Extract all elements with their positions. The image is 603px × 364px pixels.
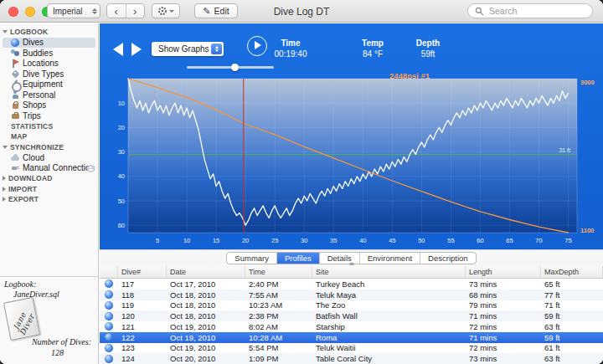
dive-time: 7:55 AM: [245, 290, 312, 300]
dive-date: Oct 19, 2010: [167, 343, 245, 352]
forward-button[interactable]: ›: [126, 4, 145, 18]
tab-profiles[interactable]: Profiles: [277, 253, 320, 264]
eject-icon[interactable]: [87, 165, 95, 172]
dive-row-123[interactable]: 123Oct 19, 20105:54 PMTeluk Waitii72 min…: [100, 343, 603, 354]
dive-maxdepth: 61 ft: [541, 343, 603, 352]
personal-icon: [11, 90, 19, 99]
dive-maxdepth: 63 ft: [541, 354, 603, 363]
sidebar-item-label: Cloud: [23, 153, 44, 162]
svg-text:35: 35: [330, 237, 337, 244]
sidebar-item-trips[interactable]: Trips: [0, 110, 98, 121]
column-header-length[interactable]: Length: [466, 266, 541, 278]
dive-length: 79 mins: [466, 300, 541, 310]
sidebar-section-download[interactable]: DOWNLOAD: [0, 173, 98, 184]
sidebar-section-synchronize[interactable]: SYNCHRONIZE: [0, 142, 98, 153]
disclosure-triangle-icon[interactable]: [3, 30, 8, 33]
sidebar-item-dives[interactable]: Dives: [3, 38, 95, 49]
sidebar-item-label: Manual Connection: [23, 163, 95, 172]
column-header-site[interactable]: Site: [312, 266, 466, 278]
dive-profile-chart[interactable]: 5101520253035404550556065707510203040506…: [108, 74, 599, 248]
dive-maxdepth: 59 ft: [541, 333, 603, 342]
close-window-button[interactable]: [8, 7, 18, 17]
history-nav: ‹ ›: [106, 3, 145, 18]
edit-button[interactable]: ✎ Edit: [194, 3, 238, 18]
dive-row-120[interactable]: 120Oct 18, 20102:38 PMBatfish Wall71 min…: [100, 310, 603, 321]
dive-row-118[interactable]: 118Oct 18, 20107:55 AMTeluk Maya68 mins7…: [100, 290, 603, 300]
sidebar-item-label: Dive Types: [23, 69, 64, 79]
sidebar-item-label: Trips: [23, 111, 41, 120]
sidebar-section-statistics[interactable]: STATISTICS: [0, 121, 98, 132]
dive-time: 2:38 PM: [245, 311, 312, 320]
back-button[interactable]: ‹: [107, 4, 126, 18]
svg-text:45: 45: [389, 237, 395, 244]
sidebar-section-import[interactable]: IMPORT: [0, 184, 98, 195]
units-selector[interactable]: Imperial: [47, 3, 100, 18]
column-header-time[interactable]: Time: [245, 266, 312, 278]
svg-text:75: 75: [564, 237, 571, 244]
tab-summary[interactable]: Summary: [227, 253, 277, 264]
dive-row-117[interactable]: 117Oct 17, 20102:40 PMTurkey Beach73 min…: [100, 279, 603, 290]
action-menu-button[interactable]: [152, 3, 180, 18]
sidebar-item-manual-connection[interactable]: Manual Connection: [0, 163, 98, 174]
sidebar-item-personal[interactable]: Personal: [0, 90, 98, 100]
svg-text:10: 10: [183, 237, 190, 244]
temp-label: Temp: [349, 38, 396, 49]
sidebar-item-shops[interactable]: Shops: [0, 100, 98, 111]
sidebar-section-logbook[interactable]: LOGBOOK: [0, 27, 98, 38]
sidebar-item-buddies[interactable]: Buddies: [0, 48, 98, 59]
trip-icon: [11, 111, 19, 120]
cloud-icon: [11, 153, 19, 161]
tab-environment[interactable]: Environment: [360, 253, 420, 264]
dive-length: 71 mins: [466, 311, 541, 320]
sidebar-section-map[interactable]: MAP: [0, 131, 98, 142]
svg-text:15: 15: [213, 237, 219, 244]
dive-row-119[interactable]: 119Oct 18, 201010:23 AMThe Zoo79 mins71 …: [100, 300, 603, 311]
column-header-maxdepth[interactable]: MaxDepth: [541, 266, 603, 278]
sidebar-item-cloud[interactable]: Cloud: [0, 152, 98, 163]
popup-chevrons-icon: [92, 8, 97, 14]
dive-maxdepth: 59 ft: [541, 311, 603, 320]
sidebar-list: LOGBOOKDivesBuddiesLocationsDive TypesEq…: [0, 27, 98, 205]
disclosure-triangle-icon[interactable]: [3, 176, 6, 181]
minimize-window-button[interactable]: [25, 7, 35, 17]
sidebar-item-equipment[interactable]: Equipment: [0, 79, 98, 90]
tab-description[interactable]: Description: [420, 253, 476, 264]
sidebar-item-locations[interactable]: Locations: [0, 59, 98, 69]
dive-row-122[interactable]: 122Oct 19, 201010:28 AMRoma71 mins59 ft: [100, 332, 603, 343]
disclosure-triangle-icon[interactable]: [3, 146, 8, 149]
dive-site: The Zoo: [312, 300, 466, 310]
sidebar-section-export[interactable]: EXPORT: [0, 194, 98, 205]
sidebar-item-label: Shops: [23, 100, 46, 110]
pane-splitter-handle[interactable]: [349, 263, 354, 265]
svg-text:55: 55: [447, 237, 454, 244]
column-header-dive-[interactable]: Dive#: [118, 266, 167, 278]
playback-slider-track[interactable]: [187, 66, 274, 69]
graph-mode-dropdown[interactable]: Show Graphs: [152, 42, 224, 56]
column-header-date[interactable]: Date: [167, 266, 245, 278]
dive-icon: [105, 333, 113, 341]
disclosure-triangle-icon[interactable]: [3, 187, 6, 192]
svg-text:10: 10: [118, 100, 125, 107]
tab-details[interactable]: Details: [320, 253, 360, 264]
playback-slider-knob[interactable]: [231, 64, 239, 71]
next-dive-button[interactable]: [131, 43, 142, 56]
dive-row-124[interactable]: 124Oct 20, 20101:09 PMTable Coral City73…: [100, 353, 603, 364]
search-input[interactable]: [487, 5, 585, 17]
gear-icon: [157, 6, 168, 16]
column-header-icon[interactable]: [100, 266, 118, 278]
dive-number: 124: [118, 354, 167, 363]
shop-icon: [11, 101, 19, 110]
units-selector-value: Imperial: [53, 7, 83, 16]
sidebar-section-label: EXPORT: [8, 195, 39, 203]
dive-row-121[interactable]: 121Oct 19, 20108:02 AMStarship72 mins63 …: [100, 321, 603, 332]
previous-dive-button[interactable]: [113, 43, 123, 56]
sidebar-item-dive-types[interactable]: Dive Types: [0, 69, 98, 79]
playback-slider[interactable]: [187, 64, 274, 71]
dive-table: Dive#DateTimeSiteLengthMaxDepth 117Oct 1…: [100, 266, 603, 364]
dive-icon: [105, 312, 113, 320]
dive-detail-pane: Show Graphs Time 00:19:40 Temp 84 °F Dep…: [100, 23, 603, 364]
search-field[interactable]: [467, 3, 593, 18]
disclosure-triangle-icon[interactable]: [3, 197, 6, 202]
search-icon: [475, 7, 484, 16]
svg-text:5: 5: [156, 237, 159, 244]
